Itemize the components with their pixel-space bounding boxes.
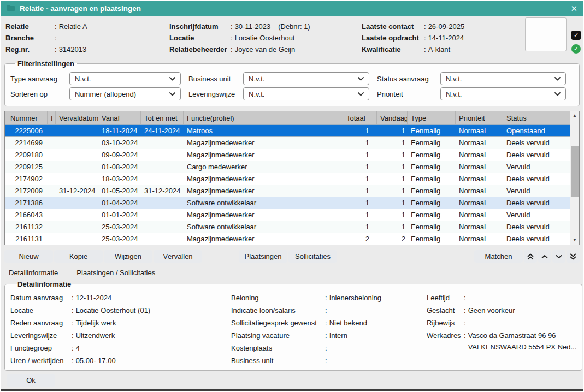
- field-label: Locatie: [169, 32, 231, 44]
- double-chevron-up-icon: [527, 253, 534, 260]
- scroll-down-icon[interactable]: ▼: [570, 236, 579, 245]
- datum-aanvraag-value: 12-11-2024: [76, 292, 112, 304]
- table-row[interactable]: 220912501-08-2024Cargo medewerker11Eenma…: [5, 161, 570, 173]
- table-row[interactable]: 221469903-10-2024Magazijnmedewerker11Een…: [5, 136, 570, 149]
- tab-detailinformatie[interactable]: Detailinformatie: [9, 269, 58, 277]
- requests-table: Nummer I Vervaldatum Vanaf Tot en met Fu…: [4, 111, 580, 245]
- col-header-i[interactable]: I: [48, 111, 56, 124]
- folder-icon: [7, 4, 15, 13]
- ok-button[interactable]: Ok: [7, 374, 55, 387]
- col-header-vandaag[interactable]: Vandaag: [377, 111, 408, 124]
- field-label: Laatste contact: [362, 21, 424, 32]
- col-header-type[interactable]: Type: [408, 111, 456, 124]
- leveringswijze-label: Leveringswijze: [188, 90, 243, 98]
- inschrijfdatum-value: 30-11-2023: [235, 21, 271, 32]
- double-chevron-down-icon: [570, 253, 576, 260]
- filter-legend: Filterinstellingen: [15, 60, 77, 68]
- scroll-up-icon[interactable]: ▲: [570, 111, 579, 120]
- scrollbar-thumb[interactable]: [571, 146, 579, 197]
- reden-aanvraag-value: Tijdelijk werk: [76, 317, 116, 329]
- detail-tabs: Detailinformatie Plaatsingen / Sollicita…: [9, 269, 579, 277]
- table-row[interactable]: 216113225-03-2024Software ontwikkelaar11…: [5, 221, 570, 233]
- chevron-down-icon: [358, 77, 364, 81]
- chevron-up-icon: [541, 254, 548, 259]
- regnr-value: 3142013: [59, 44, 87, 55]
- detail-leveringswijze-value: Uitzendwerk: [76, 329, 115, 342]
- move-up-button[interactable]: [538, 250, 551, 263]
- chevron-down-icon: [169, 92, 175, 96]
- tab-plaatsingen-sollicitaties[interactable]: Plaatsingen / Sollicitaties: [76, 269, 155, 277]
- relatie-value: Relatie A: [59, 21, 87, 32]
- move-last-button[interactable]: [567, 250, 580, 263]
- business-unit-select[interactable]: N.v.t.: [243, 72, 369, 85]
- chevron-down-icon: [556, 254, 562, 259]
- table-row[interactable]: 217200931-12-202401-05-202431-12-2024Mag…: [5, 185, 570, 197]
- move-first-button[interactable]: [524, 250, 537, 263]
- business-unit-label: Business unit: [188, 75, 243, 83]
- close-icon[interactable]: ✕: [570, 4, 577, 13]
- detail-legend: Detailinformatie: [15, 280, 74, 288]
- col-header-functie[interactable]: Functie(profiel): [184, 111, 343, 124]
- col-header-tot-en-met[interactable]: Tot en met: [141, 111, 184, 124]
- col-header-vervaldatum[interactable]: Vervaldatum: [56, 111, 98, 124]
- table-row[interactable]: 220918009-09-2024Magazijnmedewerker11Een…: [5, 149, 570, 161]
- vervallen-button[interactable]: Vervallen: [154, 250, 202, 263]
- col-header-vanaf[interactable]: Vanaf: [98, 111, 141, 124]
- kopie-button[interactable]: Kopie: [54, 250, 103, 263]
- laatste-opdracht-value: 14-11-2024: [428, 32, 464, 44]
- window-title: Relatie - aanvragen en plaatsingen: [20, 4, 141, 13]
- uren-werktijden-value: 05.00- 17.00: [76, 354, 116, 367]
- werkadres-value: Vasco da Gamastraat 96 96 VALKENSWAARD 5…: [468, 329, 577, 353]
- plaatsing-vacature-value: Intern: [329, 329, 347, 342]
- type-aanvraag-select[interactable]: N.v.t.: [69, 72, 181, 85]
- photo-placeholder: [525, 17, 567, 51]
- field-label: Relatiebeheerder: [169, 44, 231, 55]
- action-button-row: Nieuw Kopie Wijzigen Vervallen Plaatsing…: [4, 250, 580, 263]
- table-row[interactable]: 217490218-03-2024Magazijnmedewerker11Een…: [5, 173, 570, 185]
- table-row[interactable]: 222500618-11-202424-11-2024Matroos11Eenm…: [5, 124, 570, 136]
- matchen-button[interactable]: Matchen: [474, 250, 523, 263]
- table-row[interactable]: 216604301-01-2024Magazijnmedewerker11Een…: [5, 209, 570, 221]
- detail-locatie-value: Locatie Oosterhout (01): [76, 304, 151, 317]
- chevron-down-icon: [554, 77, 561, 81]
- field-label: Reg.nr.: [5, 44, 55, 55]
- nieuw-button[interactable]: Nieuw: [4, 250, 53, 263]
- wijzigen-button[interactable]: Wijzigen: [104, 250, 152, 263]
- relatiebeheerder-value: Joyce van de Geijn: [235, 44, 296, 55]
- field-label: Branche: [5, 32, 55, 44]
- debnr-note: (Debnr: 1): [278, 21, 310, 32]
- prioriteit-label: Prioriteit: [377, 90, 440, 98]
- table-row[interactable]: 216113125-03-2024Magazijnmedewerker22Een…: [5, 233, 570, 245]
- kwalificatie-value: A-klant: [428, 44, 450, 55]
- chevron-down-icon: [358, 92, 364, 96]
- title-bar: Relatie - aanvragen en plaatsingen ✕: [1, 1, 583, 16]
- col-header-prioriteit[interactable]: Prioriteit: [456, 111, 503, 124]
- active-status-check-icon: ✓: [571, 44, 581, 54]
- relation-header: Relatie:Relatie A Branche: Reg.nr.:31420…: [1, 16, 583, 60]
- chevron-down-icon: [169, 77, 175, 81]
- prioriteit-select[interactable]: N.v.t.: [440, 87, 566, 100]
- col-header-status[interactable]: Status: [503, 111, 570, 124]
- functiegroep-value: 4: [76, 342, 80, 354]
- beloning-value: Inlenersbeloning: [329, 292, 381, 304]
- sorteren-op-select[interactable]: Nummer (aflopend): [69, 87, 181, 100]
- move-down-button[interactable]: [552, 250, 565, 263]
- leveringswijze-select[interactable]: N.v.t.: [243, 87, 369, 100]
- sorteren-op-label: Sorteren op: [10, 90, 69, 98]
- app-window: Relatie - aanvragen en plaatsingen ✕ Rel…: [1, 1, 583, 391]
- vertical-scrollbar[interactable]: ▲ ▼: [570, 111, 579, 245]
- detail-information-group: Detailinformatie Datum aanvraag:12-11-20…: [4, 280, 582, 371]
- locatie-value: Locatie Oosterhout: [235, 32, 295, 44]
- table-row[interactable]: 217138601-04-2024Software ontwikkelaar11…: [5, 197, 570, 209]
- type-aanvraag-label: Type aanvraag: [10, 75, 69, 83]
- field-label: Kwalificatie: [362, 44, 424, 55]
- status-aanvraag-select[interactable]: N.v.t.: [440, 72, 566, 85]
- plaatsingen-button[interactable]: Plaatsingen: [239, 250, 287, 263]
- checkbox-checked-icon[interactable]: ✓: [571, 31, 581, 40]
- status-aanvraag-label: Status aanvraag: [377, 75, 440, 83]
- sollicitaties-button[interactable]: Sollicitaties: [288, 250, 337, 263]
- filter-settings-group: Filterinstellingen Type aanvraag N.v.t. …: [4, 60, 580, 106]
- col-header-nummer[interactable]: Nummer: [5, 111, 48, 124]
- field-label: Laatste opdracht: [362, 32, 424, 44]
- col-header-totaal[interactable]: Totaal: [343, 111, 377, 124]
